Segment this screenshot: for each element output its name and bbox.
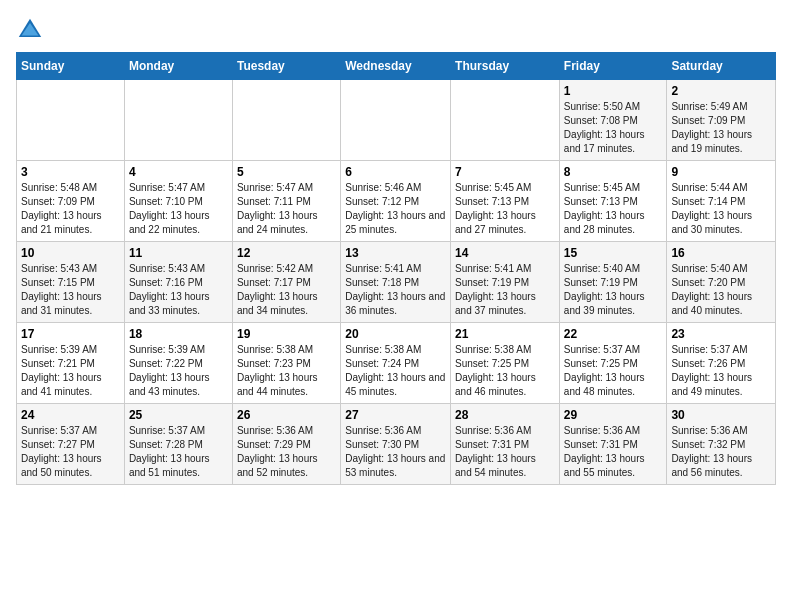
calendar-cell [17, 80, 125, 161]
day-number: 26 [237, 408, 336, 422]
calendar-cell: 8Sunrise: 5:45 AMSunset: 7:13 PMDaylight… [559, 161, 667, 242]
day-info: Sunrise: 5:38 AMSunset: 7:25 PMDaylight:… [455, 343, 555, 399]
calendar-cell: 26Sunrise: 5:36 AMSunset: 7:29 PMDayligh… [232, 404, 340, 485]
day-info: Sunrise: 5:36 AMSunset: 7:29 PMDaylight:… [237, 424, 336, 480]
calendar-cell: 2Sunrise: 5:49 AMSunset: 7:09 PMDaylight… [667, 80, 776, 161]
day-info: Sunrise: 5:36 AMSunset: 7:32 PMDaylight:… [671, 424, 771, 480]
day-number: 19 [237, 327, 336, 341]
calendar-cell: 17Sunrise: 5:39 AMSunset: 7:21 PMDayligh… [17, 323, 125, 404]
day-info: Sunrise: 5:37 AMSunset: 7:25 PMDaylight:… [564, 343, 663, 399]
day-info: Sunrise: 5:41 AMSunset: 7:18 PMDaylight:… [345, 262, 446, 318]
day-number: 14 [455, 246, 555, 260]
day-number: 3 [21, 165, 120, 179]
day-info: Sunrise: 5:36 AMSunset: 7:31 PMDaylight:… [564, 424, 663, 480]
day-number: 30 [671, 408, 771, 422]
day-info: Sunrise: 5:37 AMSunset: 7:26 PMDaylight:… [671, 343, 771, 399]
calendar-cell: 1Sunrise: 5:50 AMSunset: 7:08 PMDaylight… [559, 80, 667, 161]
page-header [16, 16, 776, 44]
calendar-week-row: 10Sunrise: 5:43 AMSunset: 7:15 PMDayligh… [17, 242, 776, 323]
logo [16, 16, 48, 44]
calendar-week-row: 17Sunrise: 5:39 AMSunset: 7:21 PMDayligh… [17, 323, 776, 404]
day-info: Sunrise: 5:40 AMSunset: 7:19 PMDaylight:… [564, 262, 663, 318]
logo-icon [16, 16, 44, 44]
day-number: 9 [671, 165, 771, 179]
calendar-cell: 15Sunrise: 5:40 AMSunset: 7:19 PMDayligh… [559, 242, 667, 323]
day-number: 28 [455, 408, 555, 422]
calendar-cell: 18Sunrise: 5:39 AMSunset: 7:22 PMDayligh… [124, 323, 232, 404]
calendar-cell: 13Sunrise: 5:41 AMSunset: 7:18 PMDayligh… [341, 242, 451, 323]
calendar-cell [124, 80, 232, 161]
calendar-cell: 23Sunrise: 5:37 AMSunset: 7:26 PMDayligh… [667, 323, 776, 404]
weekday-header: Tuesday [232, 53, 340, 80]
calendar-cell: 20Sunrise: 5:38 AMSunset: 7:24 PMDayligh… [341, 323, 451, 404]
day-info: Sunrise: 5:45 AMSunset: 7:13 PMDaylight:… [564, 181, 663, 237]
day-info: Sunrise: 5:42 AMSunset: 7:17 PMDaylight:… [237, 262, 336, 318]
calendar-cell: 11Sunrise: 5:43 AMSunset: 7:16 PMDayligh… [124, 242, 232, 323]
day-number: 7 [455, 165, 555, 179]
calendar-cell: 24Sunrise: 5:37 AMSunset: 7:27 PMDayligh… [17, 404, 125, 485]
calendar-cell: 10Sunrise: 5:43 AMSunset: 7:15 PMDayligh… [17, 242, 125, 323]
calendar-cell: 14Sunrise: 5:41 AMSunset: 7:19 PMDayligh… [451, 242, 560, 323]
calendar-cell: 6Sunrise: 5:46 AMSunset: 7:12 PMDaylight… [341, 161, 451, 242]
weekday-header: Thursday [451, 53, 560, 80]
day-info: Sunrise: 5:38 AMSunset: 7:23 PMDaylight:… [237, 343, 336, 399]
day-number: 8 [564, 165, 663, 179]
day-number: 24 [21, 408, 120, 422]
day-number: 5 [237, 165, 336, 179]
calendar-cell: 19Sunrise: 5:38 AMSunset: 7:23 PMDayligh… [232, 323, 340, 404]
day-number: 10 [21, 246, 120, 260]
day-info: Sunrise: 5:38 AMSunset: 7:24 PMDaylight:… [345, 343, 446, 399]
calendar-cell: 4Sunrise: 5:47 AMSunset: 7:10 PMDaylight… [124, 161, 232, 242]
day-info: Sunrise: 5:50 AMSunset: 7:08 PMDaylight:… [564, 100, 663, 156]
day-number: 27 [345, 408, 446, 422]
day-number: 1 [564, 84, 663, 98]
weekday-header: Friday [559, 53, 667, 80]
weekday-header: Saturday [667, 53, 776, 80]
day-info: Sunrise: 5:37 AMSunset: 7:27 PMDaylight:… [21, 424, 120, 480]
day-number: 25 [129, 408, 228, 422]
calendar-week-row: 24Sunrise: 5:37 AMSunset: 7:27 PMDayligh… [17, 404, 776, 485]
calendar-cell: 5Sunrise: 5:47 AMSunset: 7:11 PMDaylight… [232, 161, 340, 242]
calendar-cell: 12Sunrise: 5:42 AMSunset: 7:17 PMDayligh… [232, 242, 340, 323]
calendar-cell: 25Sunrise: 5:37 AMSunset: 7:28 PMDayligh… [124, 404, 232, 485]
calendar-cell: 29Sunrise: 5:36 AMSunset: 7:31 PMDayligh… [559, 404, 667, 485]
calendar-week-row: 1Sunrise: 5:50 AMSunset: 7:08 PMDaylight… [17, 80, 776, 161]
day-info: Sunrise: 5:47 AMSunset: 7:11 PMDaylight:… [237, 181, 336, 237]
day-number: 17 [21, 327, 120, 341]
day-info: Sunrise: 5:39 AMSunset: 7:21 PMDaylight:… [21, 343, 120, 399]
calendar-cell [232, 80, 340, 161]
calendar-cell: 22Sunrise: 5:37 AMSunset: 7:25 PMDayligh… [559, 323, 667, 404]
calendar-cell [341, 80, 451, 161]
day-info: Sunrise: 5:44 AMSunset: 7:14 PMDaylight:… [671, 181, 771, 237]
day-number: 12 [237, 246, 336, 260]
day-info: Sunrise: 5:43 AMSunset: 7:16 PMDaylight:… [129, 262, 228, 318]
day-number: 2 [671, 84, 771, 98]
day-info: Sunrise: 5:40 AMSunset: 7:20 PMDaylight:… [671, 262, 771, 318]
day-number: 21 [455, 327, 555, 341]
calendar-week-row: 3Sunrise: 5:48 AMSunset: 7:09 PMDaylight… [17, 161, 776, 242]
weekday-header: Sunday [17, 53, 125, 80]
day-number: 4 [129, 165, 228, 179]
weekday-header: Monday [124, 53, 232, 80]
calendar-cell: 3Sunrise: 5:48 AMSunset: 7:09 PMDaylight… [17, 161, 125, 242]
day-number: 11 [129, 246, 228, 260]
day-number: 16 [671, 246, 771, 260]
calendar-cell: 27Sunrise: 5:36 AMSunset: 7:30 PMDayligh… [341, 404, 451, 485]
day-info: Sunrise: 5:41 AMSunset: 7:19 PMDaylight:… [455, 262, 555, 318]
day-info: Sunrise: 5:37 AMSunset: 7:28 PMDaylight:… [129, 424, 228, 480]
calendar-table: SundayMondayTuesdayWednesdayThursdayFrid… [16, 52, 776, 485]
day-info: Sunrise: 5:36 AMSunset: 7:30 PMDaylight:… [345, 424, 446, 480]
calendar-cell [451, 80, 560, 161]
day-info: Sunrise: 5:48 AMSunset: 7:09 PMDaylight:… [21, 181, 120, 237]
calendar-cell: 16Sunrise: 5:40 AMSunset: 7:20 PMDayligh… [667, 242, 776, 323]
day-number: 13 [345, 246, 446, 260]
day-number: 23 [671, 327, 771, 341]
day-number: 18 [129, 327, 228, 341]
weekday-header-row: SundayMondayTuesdayWednesdayThursdayFrid… [17, 53, 776, 80]
weekday-header: Wednesday [341, 53, 451, 80]
day-info: Sunrise: 5:39 AMSunset: 7:22 PMDaylight:… [129, 343, 228, 399]
day-info: Sunrise: 5:49 AMSunset: 7:09 PMDaylight:… [671, 100, 771, 156]
calendar-cell: 9Sunrise: 5:44 AMSunset: 7:14 PMDaylight… [667, 161, 776, 242]
calendar-cell: 21Sunrise: 5:38 AMSunset: 7:25 PMDayligh… [451, 323, 560, 404]
day-number: 20 [345, 327, 446, 341]
